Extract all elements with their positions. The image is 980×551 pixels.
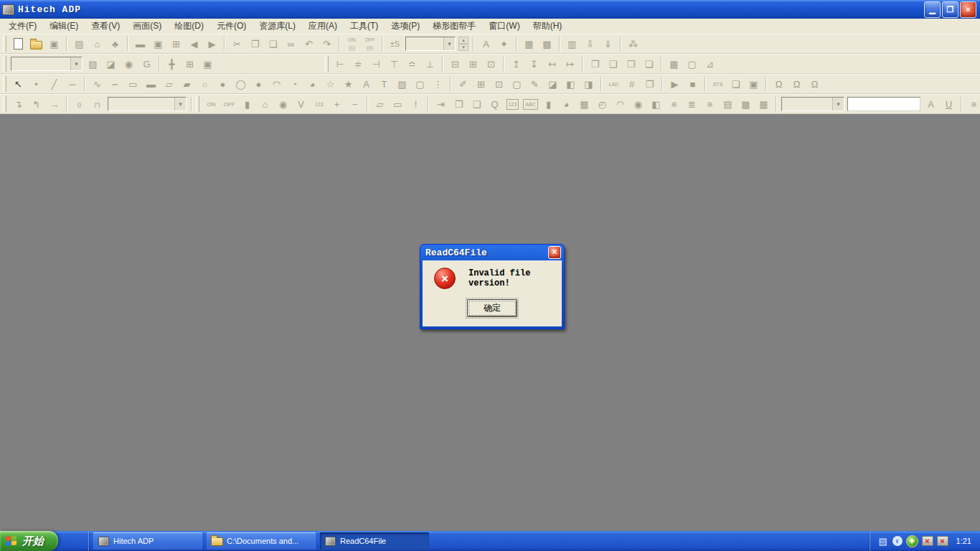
open-icon[interactable] — [28, 36, 44, 52]
same-width-icon[interactable]: ⊟ — [447, 56, 463, 72]
state-left-icon[interactable]: ◧ — [562, 76, 579, 92]
grid-setting-icon[interactable]: ▩ — [539, 36, 555, 52]
event-list-icon[interactable]: ≡ — [702, 96, 718, 112]
state-spinner[interactable]: ▴▾ — [458, 37, 468, 51]
menu-edit[interactable]: 编辑(E) — [43, 19, 85, 34]
pen-area-icon[interactable]: ✎ — [527, 76, 543, 92]
pick-object-icon[interactable]: ◪ — [103, 56, 119, 72]
menu-options[interactable]: 选项(P) — [385, 19, 426, 34]
menu-draw[interactable]: 绘图(D) — [168, 19, 210, 34]
text-color-icon[interactable]: A — [923, 96, 939, 112]
moving-sign-icon[interactable]: ◧ — [648, 96, 664, 112]
parallelogram-tool-icon[interactable]: ▱ — [161, 76, 177, 92]
lock-icon[interactable]: Ω — [771, 76, 787, 92]
stamp-tool-icon[interactable]: ✐ — [455, 76, 471, 92]
align-left-icon[interactable]: ⊢ — [332, 56, 349, 72]
page-preview-icon[interactable]: ❏ — [727, 76, 744, 92]
new-icon[interactable] — [10, 36, 27, 52]
filled-rect-tool-icon[interactable]: ▬ — [143, 76, 159, 92]
spin-up-icon[interactable]: ▴ — [458, 37, 468, 44]
screen-combo[interactable]: ▾ — [108, 97, 187, 111]
goto-page-icon[interactable]: ⇥ — [433, 96, 449, 112]
anchor-icon[interactable]: ◉ — [121, 56, 137, 72]
route-down-icon[interactable]: ↴ — [10, 96, 27, 112]
forward-icon[interactable]: ▶ — [204, 36, 220, 52]
bring-forward-icon[interactable]: ❒ — [623, 56, 639, 72]
screen-icon[interactable]: ▬ — [132, 36, 149, 52]
stop-icon[interactable]: ■ — [684, 76, 701, 92]
close-button[interactable]: × — [960, 1, 976, 18]
back-icon[interactable]: ◀ — [186, 36, 202, 52]
filled-polygon-tool-icon[interactable]: ★ — [340, 76, 357, 92]
align-center-icon[interactable]: ≑ — [350, 56, 367, 72]
state-graphic-icon[interactable]: ◉ — [630, 96, 646, 112]
move-left-icon[interactable]: ↤ — [544, 56, 560, 72]
gauge-display-icon[interactable]: ◠ — [612, 96, 628, 112]
bar-display-icon[interactable]: ▮ — [540, 96, 557, 112]
ok-button[interactable]: 确定 — [467, 299, 517, 317]
security-icon[interactable]: ✚ — [906, 535, 918, 547]
set-on-icon[interactable]: ON (1) — [344, 36, 360, 52]
numeric-entry-icon[interactable]: 123 — [504, 96, 521, 112]
align-right-icon[interactable]: ⊣ — [368, 56, 385, 72]
sts-icon[interactable]: STS — [710, 76, 726, 92]
menu-application[interactable]: 应用(A) — [302, 19, 344, 34]
send-backward-icon[interactable]: ❏ — [641, 56, 657, 72]
send-to-back-icon[interactable]: ❑ — [605, 56, 621, 72]
ellipse-tool-icon[interactable]: ◯ — [232, 76, 249, 92]
align-bottom-icon[interactable]: ⊥ — [422, 56, 438, 72]
text-value-input[interactable] — [847, 97, 920, 111]
brush-area-icon[interactable]: ◪ — [545, 76, 561, 92]
scale-tool-icon[interactable]: ⋮ — [430, 76, 446, 92]
dot-tool-icon[interactable]: • — [28, 76, 44, 92]
select-mode-icon[interactable]: ▨ — [85, 56, 101, 72]
effect-icon[interactable]: ✦ — [496, 36, 512, 52]
dashed-area-icon[interactable]: ▢ — [509, 76, 525, 92]
toggle-switch-icon[interactable]: ▮ — [239, 96, 255, 112]
taskbar-button-hitech-adp[interactable]: Hitech ADP — [93, 532, 202, 550]
align-middle-icon[interactable]: ≏ — [404, 56, 420, 72]
table-tool-icon[interactable]: ⊞ — [473, 76, 489, 92]
alarm-list-icon[interactable]: ≣ — [684, 96, 700, 112]
keyboard-icon[interactable]: ▤ — [877, 535, 889, 547]
tag-icon[interactable]: ⌂ — [89, 36, 105, 52]
library-tree-icon[interactable]: ♣ — [107, 36, 123, 52]
dropdown-arrow-icon[interactable]: ▾ — [174, 98, 186, 110]
numeric-display-icon[interactable]: 123 — [311, 96, 327, 112]
same-size-icon[interactable]: ⊡ — [483, 56, 499, 72]
crosshair-icon[interactable]: ╋ — [164, 56, 180, 72]
io-comment-icon[interactable]: {*} — [89, 96, 105, 112]
export-data-icon[interactable]: ▥ — [564, 36, 580, 52]
menu-tools[interactable]: 工具(T) — [344, 19, 385, 34]
monitor-icon[interactable]: ▣ — [745, 76, 762, 92]
screen-grid-icon[interactable]: ⊞ — [168, 36, 184, 52]
polygon-tool-icon[interactable]: ☆ — [322, 76, 339, 92]
move-right-icon[interactable]: ↦ — [562, 56, 578, 72]
taskbar-button-readc64file[interactable]: ReadC64File — [320, 532, 429, 550]
hline-tool-icon[interactable]: ─ — [64, 76, 80, 92]
cut-icon[interactable]: ✂ — [229, 36, 245, 52]
filled-pie-tool-icon[interactable]: ◕ — [304, 76, 321, 92]
menu-library[interactable]: 资源库(L) — [253, 19, 302, 34]
text-pages-icon[interactable]: ❑ — [468, 96, 485, 112]
move-down-icon[interactable]: ↧ — [526, 56, 542, 72]
network-offline-2-icon[interactable]: × — [937, 536, 948, 546]
move-up-icon[interactable]: ↥ — [508, 56, 524, 72]
line-tool-icon[interactable]: ╱ — [46, 76, 62, 92]
copy-icon[interactable]: ❐ — [247, 36, 263, 52]
align-text-left-icon[interactable]: ≡ — [966, 96, 980, 112]
screen-window-icon[interactable]: ▣ — [150, 36, 166, 52]
screen-properties-icon[interactable]: ▤ — [71, 36, 88, 52]
ladder-copy-icon[interactable]: ❐ — [641, 76, 658, 92]
alarm-icon[interactable]: ! — [407, 96, 424, 112]
save-icon[interactable]: ▣ — [46, 36, 62, 52]
menu-help[interactable]: 帮助(H) — [527, 19, 569, 34]
curve-tool-icon[interactable]: ∽ — [107, 76, 123, 92]
filled-circle-tool-icon[interactable]: ● — [215, 76, 231, 92]
pattern-fill-icon[interactable]: ▩ — [738, 96, 754, 112]
polyline-tool-icon[interactable]: ∿ — [89, 76, 105, 92]
spin-down-icon[interactable]: ▾ — [458, 44, 468, 51]
font-tool-icon[interactable]: T — [376, 76, 392, 92]
dropdown-arrow-icon[interactable]: ▾ — [70, 57, 82, 70]
goto-screen-icon[interactable]: → — [46, 96, 62, 112]
